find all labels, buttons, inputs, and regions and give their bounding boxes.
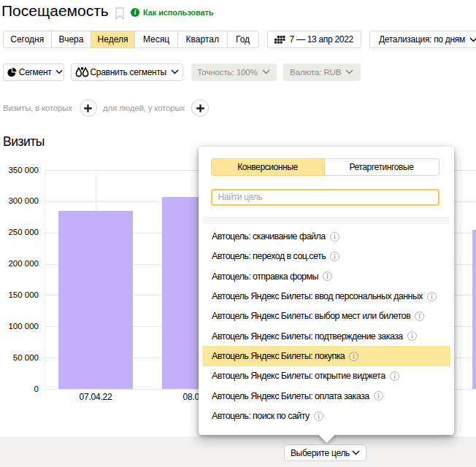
- svg-text:i: i: [134, 9, 137, 16]
